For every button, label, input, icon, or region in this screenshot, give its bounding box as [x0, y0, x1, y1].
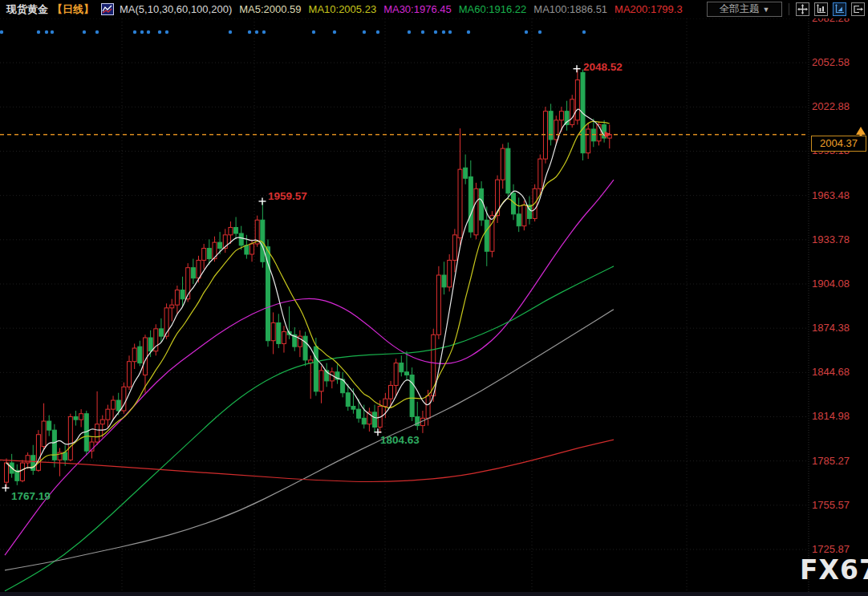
mini-chart-icon: [101, 3, 114, 15]
axis-fit-icon[interactable]: [833, 2, 846, 16]
event-marker: [165, 30, 168, 34]
candle-down: [485, 220, 489, 251]
event-marker: [95, 30, 99, 34]
candle-up: [570, 99, 574, 125]
ma10-value: MA10:2005.23: [309, 3, 377, 15]
ma100-value: MA100:1886.51: [533, 3, 607, 15]
event-marker: [408, 30, 411, 34]
price-chart[interactable]: 2048.521959.571804.631767.19: [0, 0, 868, 596]
candle-down: [234, 228, 238, 233]
candle-up: [554, 120, 558, 140]
candle-up: [271, 322, 275, 340]
event-marker: [582, 30, 586, 34]
event-marker: [421, 30, 424, 34]
ma60-value: MA60:1916.22: [459, 3, 527, 15]
y-axis-label: 1963.48: [812, 190, 865, 201]
candle-down: [207, 249, 211, 259]
event-marker: [37, 30, 40, 34]
candle-down: [159, 329, 163, 336]
pan-icon[interactable]: [796, 2, 809, 16]
pop-out-icon[interactable]: [851, 2, 865, 16]
candle-up: [501, 148, 505, 180]
symbol-title: 现货黄金: [6, 2, 48, 17]
candle-up: [432, 334, 436, 395]
candle-up: [100, 420, 104, 424]
candle-up: [20, 463, 24, 480]
candle-up: [202, 249, 206, 261]
candle-up: [170, 305, 174, 308]
event-marker: [229, 30, 232, 34]
candle-up: [42, 421, 46, 447]
axis-scale-icon[interactable]: [814, 2, 828, 16]
y-axis-label: 1874.38: [812, 322, 865, 334]
candle-up: [143, 338, 147, 375]
event-marker: [133, 30, 136, 34]
event-marker: [262, 30, 266, 34]
candle-up: [250, 244, 254, 254]
chart-header-bar: 现货黄金 【日线】 MA(5,10,30,60,100,200) MA5:200…: [0, 0, 868, 18]
ma-settings-label: MA(5,10,30,60,100,200): [120, 3, 232, 15]
candle-up: [95, 424, 99, 442]
y-axis-label: 1785.27: [812, 456, 865, 467]
candle-down: [314, 347, 318, 391]
candle-down: [303, 336, 307, 360]
candle-down: [218, 242, 222, 248]
y-axis-label: 1814.98: [812, 411, 865, 422]
event-marker: [525, 30, 528, 34]
event-marker: [448, 30, 452, 34]
candle-up: [389, 385, 393, 399]
theme-dropdown-label: 全部主题: [720, 2, 760, 16]
candle-down: [277, 322, 281, 343]
ma30-value: MA30:1976.45: [383, 3, 452, 15]
event-marker: [248, 30, 251, 34]
candle-down: [74, 416, 78, 420]
candle-down: [191, 268, 195, 278]
event-marker: [158, 30, 161, 34]
gold-chart-app: 现货黄金 【日线】 MA(5,10,30,60,100,200) MA5:200…: [0, 0, 868, 596]
event-marker: [467, 30, 470, 34]
candle-up: [448, 260, 452, 286]
ma200-value: MA200:1799.3: [614, 3, 683, 15]
candle-down: [480, 189, 484, 220]
candle-down: [351, 406, 355, 409]
current-price-value: 2004.37: [820, 137, 858, 149]
candle-down: [63, 452, 67, 460]
current-price-box: 2004.37: [811, 136, 866, 152]
candle-up: [559, 111, 563, 120]
candle-up: [575, 80, 579, 120]
candle-down: [373, 412, 377, 428]
candle-up: [426, 395, 430, 418]
candle-down: [506, 148, 510, 193]
candle-down: [148, 338, 152, 351]
candle-down: [357, 409, 361, 418]
event-marker: [255, 30, 258, 34]
event-marker: [51, 30, 54, 34]
y-axis-label: 1904.08: [812, 278, 865, 290]
event-marker: [312, 30, 315, 34]
event-marker: [147, 30, 150, 34]
candle-down: [245, 245, 249, 254]
y-axis-label: 1725.87: [812, 544, 865, 555]
candle-down: [549, 111, 553, 140]
candle-up: [132, 348, 136, 362]
candle-down: [239, 233, 243, 245]
event-marker: [363, 30, 366, 34]
watermark: FX678: [800, 554, 868, 586]
ma5-value: MA5:2000.59: [239, 3, 301, 15]
event-marker: [333, 30, 336, 34]
candle-up: [106, 409, 110, 420]
price-annotation: 1767.19: [11, 490, 51, 502]
candle-down: [362, 418, 366, 424]
candle-up: [586, 129, 590, 153]
bottom-strip: [0, 592, 868, 596]
candle-up: [383, 399, 387, 406]
candle-up: [68, 416, 72, 460]
theme-dropdown[interactable]: 全部主题 ▼: [707, 2, 782, 17]
toolbar-divider: [789, 3, 789, 15]
candle-up: [79, 414, 83, 420]
candle-up: [112, 400, 116, 409]
candle-down: [517, 214, 521, 226]
candle-down: [180, 290, 185, 299]
candle-down: [400, 363, 404, 372]
candle-up: [394, 363, 398, 386]
